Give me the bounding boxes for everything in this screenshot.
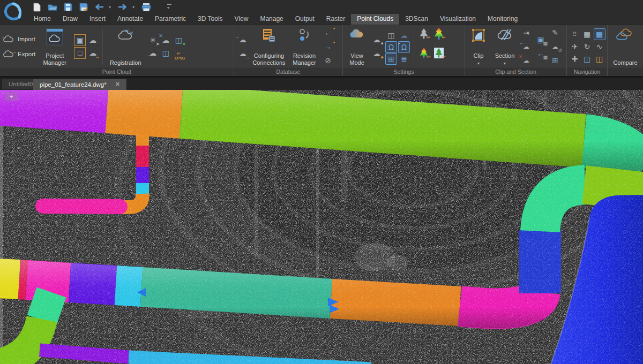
view-mode-button[interactable]: View Mode <box>346 27 368 66</box>
clip-dropdown-icon[interactable]: ▾ <box>477 61 480 66</box>
save-all-icon[interactable] <box>78 2 89 12</box>
section-button[interactable]: Section▾ <box>492 27 518 66</box>
walk-icon[interactable]: ⠿ <box>569 28 581 40</box>
tab-insert[interactable]: Insert <box>84 14 111 25</box>
bounding-box-icon[interactable]: ◫ <box>385 29 397 41</box>
tab-home[interactable]: Home <box>28 14 57 25</box>
tab-visualization[interactable]: Visualization <box>434 14 482 25</box>
tab-draw[interactable]: Draw <box>57 14 84 25</box>
path-spline-icon[interactable]: ∿ <box>594 41 605 52</box>
print-icon[interactable] <box>140 2 152 12</box>
panel-label-point-cloud: Point Cloud <box>0 67 234 76</box>
snap-to-box-icon[interactable]: Ω▪ <box>398 41 410 53</box>
doc-tab-close-icon[interactable]: ✕ <box>115 81 120 88</box>
convert-cloud-icon[interactable]: ☁→ <box>87 47 99 59</box>
panel-compare: Compare <box>608 25 643 76</box>
section-icon <box>496 28 514 41</box>
tab-output[interactable]: Output <box>289 14 320 25</box>
apply-sections-icon[interactable]: ←▦ <box>535 48 547 59</box>
import-button[interactable]: → Import <box>3 33 35 46</box>
undo-dropdown-icon[interactable]: ▾ <box>109 5 113 10</box>
section-grid-icon[interactable]: ⊞ <box>549 55 561 66</box>
tab-point-clouds[interactable]: Point Clouds <box>351 14 399 25</box>
cloud-transform-icon[interactable]: ☁→ <box>147 47 159 59</box>
tab-3d-tools[interactable]: 3D Tools <box>192 14 228 25</box>
ribbon-tab-row: Home Draw Insert Annotate Parametric 3D … <box>0 14 643 25</box>
edit-section-icon[interactable]: ✎ <box>549 27 561 39</box>
attach-cloud-icon[interactable]: □ <box>74 47 86 59</box>
project-manager-button[interactable]: Project Manager <box>38 27 71 66</box>
tab-raster[interactable]: Raster <box>320 14 351 25</box>
point-cloud-noise-fg <box>0 90 643 364</box>
cloud-to-cloud-registration-icon[interactable]: ☁✕ <box>160 34 171 46</box>
save-section-icon[interactable]: ▣▦ <box>535 34 547 46</box>
redo-icon[interactable] <box>117 2 129 12</box>
iso-box-alt-icon[interactable]: ◫ <box>594 53 605 65</box>
viewport-canvas[interactable]: + <box>0 90 643 364</box>
configuring-connections-button[interactable]: Configuring Connections <box>251 27 287 66</box>
titlebar: ▾ ▾ ▾ <box>0 0 643 14</box>
document-tab-bar: Untitled0 pipe_01_feature24.dwg* ✕ <box>0 76 643 90</box>
tab-parametric[interactable]: Parametric <box>149 14 192 25</box>
grid-plane-icon[interactable]: ▦ <box>581 28 593 40</box>
show-image-icon[interactable]: ⊞ <box>385 53 397 65</box>
clip-button[interactable]: Clip▾ <box>468 27 489 66</box>
insert-point-cloud-icon[interactable]: ▣ <box>74 34 86 46</box>
tab-monitoring[interactable]: Monitoring <box>482 14 524 25</box>
panel-label-database: Database <box>234 67 342 76</box>
cloud-in-cube-icon[interactable]: ◫ <box>160 47 171 59</box>
tab-annotate[interactable]: Annotate <box>111 14 149 25</box>
epsg-coordinate-system-icon[interactable]: ⌐EPSG <box>173 47 184 59</box>
viewport-add-overlay-button[interactable]: + <box>5 92 18 101</box>
geo-reference-icon[interactable]: ◫● <box>173 34 184 46</box>
pick-points-icon[interactable]: ✳➤ <box>147 34 159 46</box>
ribbon: → Import → Export Project Manager <box>0 25 643 76</box>
redo-dropdown-icon[interactable]: ▾ <box>132 5 137 10</box>
classify-gray-icon[interactable]: ✎ <box>418 28 430 40</box>
orbit-icon[interactable]: ↻ <box>581 41 593 52</box>
section-dropdown-icon[interactable]: ▾ <box>504 61 506 66</box>
cloud-density-icon[interactable]: ☁ <box>398 29 410 41</box>
tab-view[interactable]: View <box>229 14 255 25</box>
classify-rgb-icon[interactable]: ✎ <box>433 47 445 59</box>
fly-icon[interactable]: ✈ <box>569 41 581 52</box>
get-revision-icon[interactable]: ←▪ <box>322 27 334 39</box>
open-file-icon[interactable] <box>47 2 58 12</box>
panel-label-compare <box>608 67 643 76</box>
revision-manager-icon <box>298 28 311 42</box>
undo-icon[interactable] <box>93 2 105 12</box>
classify-elevation-large-icon[interactable]: ✎ <box>433 28 445 40</box>
restore-cloud-icon[interactable]: ☁← <box>520 41 532 52</box>
structured-cloud-icon[interactable]: ☁ <box>87 34 99 46</box>
doc-tab-active-label: pipe_01_feature24.dwg* <box>40 81 107 88</box>
classify-elevation-icon[interactable]: ✎ <box>418 47 430 59</box>
qat-customize-icon[interactable]: ▾ <box>167 4 171 10</box>
exit-clip-icon[interactable]: ⇥ <box>520 27 532 39</box>
snap-to-cloud-icon[interactable]: Ω <box>385 41 397 53</box>
lighting-off-icon[interactable]: ☁● <box>371 34 383 46</box>
panel-database: ☁→ ☁→ Configuring Connections Revis <box>234 25 343 76</box>
export-to-database-icon[interactable]: ☁→ <box>237 48 249 59</box>
tab-manage[interactable]: Manage <box>254 14 289 25</box>
revision-manager-button[interactable]: Revision Manager <box>289 27 319 66</box>
section-from-cloud-icon[interactable]: ☁↺ <box>549 41 561 52</box>
disconnect-icon[interactable]: ⊘ <box>322 55 334 66</box>
compare-button[interactable]: Compare <box>610 27 640 66</box>
app-logo[interactable] <box>2 2 25 23</box>
layers-icon[interactable]: ≣ <box>398 53 410 65</box>
grid-plane-active-icon[interactable]: ▦ <box>594 28 605 40</box>
new-file-icon[interactable] <box>31 2 43 12</box>
doc-tab-active[interactable]: pipe_01_feature24.dwg* ✕ <box>33 78 127 90</box>
delete-clip-icon[interactable]: ☁✕ <box>520 55 532 66</box>
registration-button[interactable]: ✕ ✕ Registration <box>107 27 144 66</box>
import-from-database-icon[interactable]: ☁→ <box>237 34 249 46</box>
send-revision-icon[interactable]: →▪ <box>322 41 334 52</box>
export-button[interactable]: → Export <box>3 48 35 60</box>
compare-clouds-icon <box>616 28 635 41</box>
pan-hand-icon[interactable]: ✚ <box>569 53 581 65</box>
save-icon[interactable] <box>62 2 74 12</box>
lighting-on-icon[interactable]: ☁● <box>371 48 383 59</box>
tab-3dscan[interactable]: 3DScan <box>399 14 434 25</box>
registration-cloud-icon: ✕ ✕ <box>116 28 134 42</box>
iso-box-icon[interactable]: ◫ <box>581 53 593 65</box>
